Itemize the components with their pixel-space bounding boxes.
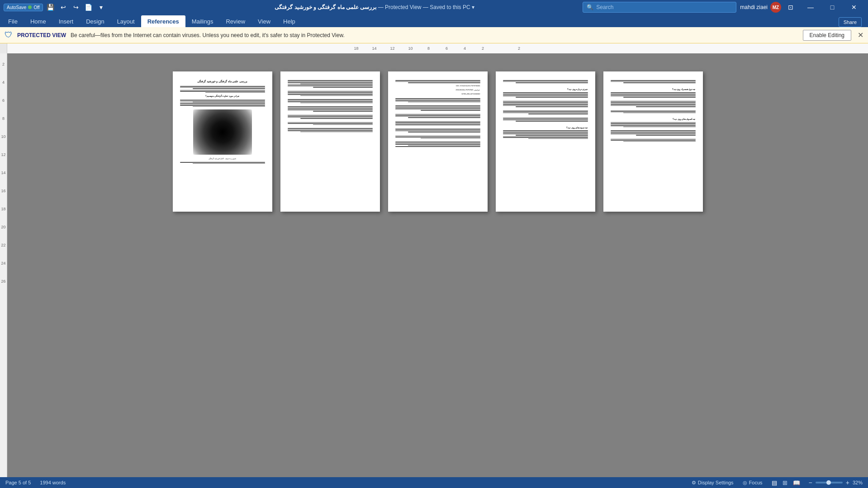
text-line <box>503 130 588 131</box>
autosave-button[interactable]: AutoSave Off <box>4 4 43 11</box>
page-4[interactable]: چیزی درباره روی دید؟ <box>496 71 595 212</box>
read-mode-view-btn[interactable]: 📖 <box>791 479 802 487</box>
minimize-button[interactable]: — <box>800 0 821 14</box>
autosave-status: Off <box>33 5 39 10</box>
ruler-tick: 10 <box>402 46 420 51</box>
undo-icon-btn[interactable]: ↩ <box>57 1 69 13</box>
display-settings-label: Display Settings <box>698 480 734 485</box>
new-doc-icon-btn[interactable]: 📄 <box>83 1 95 13</box>
window-controls: — □ ✕ <box>800 0 864 14</box>
text-line <box>503 103 588 104</box>
text-line <box>503 81 588 82</box>
search-icon: 🔍 <box>587 4 593 10</box>
text-line <box>288 94 373 95</box>
text-line <box>408 82 480 83</box>
maximize-button[interactable]: □ <box>822 0 843 14</box>
tab-mailings[interactable]: Mailings <box>185 15 220 27</box>
ruler-tick: 12 <box>384 46 402 51</box>
word-count: 1994 words <box>40 480 66 485</box>
document-title-area: بررسی علمی ماه گرفتگی و خورشید گرفتگی — … <box>170 4 579 10</box>
text-line <box>611 132 696 133</box>
page-1[interactable]: بررسی علمی ماه گرفتگی و خورشید گرفتگی چر… <box>173 71 272 212</box>
v-ruler-num: 14 <box>0 164 7 182</box>
focus-button[interactable]: ◎ Focus <box>741 479 764 487</box>
ruler-tick: 6 <box>438 46 456 51</box>
ribbon-tabs: File Home Insert Design Layout Reference… <box>0 14 868 27</box>
text-line <box>503 134 588 135</box>
customize-qat-btn[interactable]: ▾ <box>95 1 107 13</box>
text-line <box>395 81 480 82</box>
document-name: بررسی علمی ماه گرفتگی و خورشید گرفتگی <box>275 4 376 10</box>
page-1-inner: بررسی علمی ماه گرفتگی و خورشید گرفتگی چر… <box>173 71 272 212</box>
ruler-tick: 2 <box>510 46 528 51</box>
tab-layout[interactable]: Layout <box>111 15 141 27</box>
text-line <box>288 122 373 123</box>
text-line <box>503 120 588 121</box>
page-5[interactable]: چه نوع همسراد روی دید؟ <box>603 71 703 212</box>
page-5-subtitle: چه نوع همسراد روی دید؟ <box>611 88 696 91</box>
v-ruler-num: 4 <box>0 73 7 91</box>
tab-review[interactable]: Review <box>219 15 251 27</box>
v-ruler-num: 8 <box>0 109 7 128</box>
text-line <box>288 129 373 130</box>
save-icon-btn[interactable]: 💾 <box>45 1 57 13</box>
text-line <box>288 91 373 92</box>
tab-design[interactable]: Design <box>80 15 110 27</box>
page-4-inner: چیزی درباره روی دید؟ <box>496 71 595 212</box>
print-layout-view-btn[interactable]: ▤ <box>770 479 779 487</box>
tab-view[interactable]: View <box>251 15 277 27</box>
tab-home[interactable]: Home <box>24 15 52 27</box>
redo-icon-btn[interactable]: ↪ <box>70 1 82 13</box>
text-line <box>288 100 373 101</box>
page-5-inner: چه نوع همسراد روی دید؟ <box>603 71 703 212</box>
display-settings-button[interactable]: ⚙ Display Settings <box>690 479 735 487</box>
text-line <box>611 104 696 105</box>
search-input[interactable] <box>596 4 732 10</box>
tab-insert[interactable]: Insert <box>52 15 80 27</box>
text-line <box>395 100 480 101</box>
enable-editing-button[interactable]: Enable Editing <box>803 30 851 41</box>
text-line <box>313 87 373 88</box>
text-line <box>288 108 373 109</box>
text-line <box>288 106 373 107</box>
close-button[interactable]: ✕ <box>844 0 864 14</box>
text-line <box>193 163 265 164</box>
text-line <box>300 103 373 104</box>
saved-location-label: Saved to this PC <box>430 4 470 10</box>
text-line <box>503 101 588 102</box>
text-line <box>611 80 696 81</box>
text-line <box>503 102 588 103</box>
user-area[interactable]: mahdi ziaei MZ <box>740 2 781 13</box>
tab-file[interactable]: File <box>2 15 24 27</box>
text-line <box>503 92 588 93</box>
ribbon-display-btn[interactable]: ⊡ <box>785 1 797 13</box>
text-line <box>623 113 696 114</box>
text-line <box>611 110 696 111</box>
text-line <box>395 136 480 137</box>
text-line <box>611 95 696 95</box>
search-bar[interactable]: 🔍 <box>583 2 736 13</box>
text-line <box>611 123 696 124</box>
share-button[interactable]: Share <box>839 17 862 27</box>
page-3[interactable]: DOI: 27/21221/ref/1/:70/76784301 2915181… <box>388 71 488 212</box>
autosave-indicator <box>28 5 32 9</box>
text-line <box>516 97 588 98</box>
text-line <box>395 105 480 106</box>
text-line <box>395 98 480 99</box>
tab-references[interactable]: References <box>141 15 185 27</box>
text-line <box>288 93 373 94</box>
zoom-out-button[interactable]: − <box>807 479 814 486</box>
tab-help[interactable]: Help <box>277 15 302 27</box>
text-line <box>503 104 588 105</box>
text-line <box>180 105 265 106</box>
pages-row: بررسی علمی ماه گرفتگی و خورشید گرفتگی چر… <box>173 71 703 212</box>
web-layout-view-btn[interactable]: ⊞ <box>781 479 789 487</box>
document-canvas[interactable]: بررسی علمی ماه گرفتگی و خورشید گرفتگی چر… <box>7 53 868 477</box>
text-line <box>503 133 588 133</box>
text-line <box>611 134 696 135</box>
zoom-in-button[interactable]: + <box>844 479 851 486</box>
zoom-slider[interactable] <box>816 482 843 483</box>
text-line <box>395 131 480 132</box>
close-protected-bar-button[interactable]: ✕ <box>858 31 863 39</box>
page-2[interactable] <box>280 71 380 212</box>
